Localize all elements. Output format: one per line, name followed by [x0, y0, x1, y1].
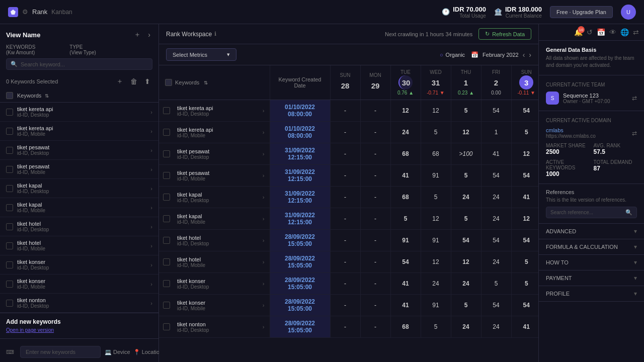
grid-row-checkbox[interactable]: [163, 129, 170, 136]
grid-row-expand-icon[interactable]: ›: [263, 108, 265, 114]
keyword-list-item[interactable]: tiket hotel id-ID, Desktop ›: [0, 217, 158, 236]
grid-row-expand-icon[interactable]: ›: [263, 324, 265, 330]
how-to-section[interactable]: HOW TO ▾: [539, 255, 644, 270]
add-selected-button[interactable]: ＋: [114, 76, 125, 87]
keyword-list-item[interactable]: tiket pesawat id-ID, Desktop ›: [0, 141, 158, 160]
keyword-checkbox[interactable]: [6, 147, 13, 154]
grid-row-expand-icon[interactable]: ›: [263, 172, 265, 178]
table-row[interactable]: tiket kapal id-ID, Desktop › 31/09/2022 …: [159, 187, 538, 208]
grid-row-expand-icon[interactable]: ›: [263, 194, 265, 200]
workspace-info-icon[interactable]: ℹ: [214, 31, 216, 37]
next-date-button[interactable]: ›: [529, 51, 531, 59]
keyword-checkbox[interactable]: [6, 109, 13, 116]
team-edit-button[interactable]: ⇄: [632, 95, 637, 102]
keyword-list-item[interactable]: tiket kereta api id-ID, Mobile ›: [0, 122, 158, 141]
profile-section[interactable]: PROFILE ▾: [539, 286, 644, 302]
eye-button[interactable]: 👁: [609, 28, 616, 36]
table-row[interactable]: tiket kapal id-ID, Mobile › 31/09/2022 1…: [159, 208, 538, 230]
payment-section[interactable]: PAYMENT ▾: [539, 270, 644, 286]
select-metrics-button[interactable]: Select Metrics ▾: [166, 48, 236, 61]
keyword-list-item[interactable]: tiket hotel id-ID, Mobile ›: [0, 236, 158, 255]
references-search-input[interactable]: [550, 210, 623, 215]
add-view-button[interactable]: ＋: [132, 29, 143, 40]
keyword-checkbox[interactable]: [6, 223, 13, 230]
grid-row-checkbox[interactable]: [163, 215, 170, 222]
refresh-data-button[interactable]: ↻ Refresh Data: [478, 28, 531, 40]
grid-row-expand-icon[interactable]: ›: [263, 259, 265, 265]
keyword-checkbox[interactable]: [6, 281, 13, 288]
grid-row-checkbox[interactable]: [163, 302, 170, 309]
table-row[interactable]: tiket pesawat id-ID, Desktop › 31/09/202…: [159, 143, 538, 165]
keyword-expand-icon[interactable]: ›: [150, 205, 152, 211]
table-row[interactable]: tiket konser id-ID, Mobile › 28/09/2022 …: [159, 295, 538, 316]
keyword-expand-icon[interactable]: ›: [150, 128, 152, 134]
grid-row-checkbox[interactable]: [163, 194, 170, 201]
keyword-list-item[interactable]: tiket pesawat id-ID, Mobile ›: [0, 160, 158, 179]
select-all-checkbox[interactable]: [6, 92, 13, 99]
grid-row-checkbox[interactable]: [163, 258, 170, 265]
user-avatar[interactable]: U: [621, 5, 636, 20]
keyword-expand-icon[interactable]: ›: [150, 300, 152, 306]
grid-row-checkbox[interactable]: [163, 280, 170, 287]
table-row[interactable]: tiket nonton id-ID, Desktop › 28/09/2022…: [159, 316, 538, 338]
open-page-version-link[interactable]: Open in page version: [6, 327, 54, 333]
keyword-expand-icon[interactable]: ›: [150, 281, 152, 287]
grid-row-expand-icon[interactable]: ›: [263, 216, 265, 222]
organic-filter-button[interactable]: ○ Organic: [440, 52, 465, 58]
grid-row-expand-icon[interactable]: ›: [263, 237, 265, 243]
search-input[interactable]: [21, 61, 148, 67]
table-row[interactable]: tiket hotel id-ID, Desktop › 28/09/2022 …: [159, 230, 538, 251]
keyword-checkbox[interactable]: [6, 242, 13, 249]
keyword-expand-icon[interactable]: ›: [150, 243, 152, 249]
formula-section[interactable]: FORMULA & CALCULATION ▾: [539, 239, 644, 255]
keyword-list-item[interactable]: tiket kereta api id-ID, Desktop ›: [0, 103, 158, 122]
table-row[interactable]: tiket kereta api id-ID, Mobile › 01/10/2…: [159, 122, 538, 143]
calendar-button[interactable]: 📅: [597, 28, 605, 36]
table-row[interactable]: tiket pesawat id-ID, Mobile › 31/09/2022…: [159, 165, 538, 187]
export-selected-button[interactable]: ⬆: [142, 76, 152, 87]
grid-row-checkbox[interactable]: [163, 172, 170, 179]
grid-row-checkbox[interactable]: [163, 107, 170, 114]
keyword-list-item[interactable]: tiket konser id-ID, Mobile ›: [0, 275, 158, 294]
keyword-expand-icon[interactable]: ›: [150, 262, 152, 268]
keyword-list-item[interactable]: tiket nonton id-ID, Desktop ›: [0, 294, 158, 313]
delete-selected-button[interactable]: 🗑: [128, 76, 139, 87]
grid-row-expand-icon[interactable]: ›: [263, 302, 265, 308]
table-row[interactable]: tiket hotel id-ID, Mobile › 28/09/2022 1…: [159, 251, 538, 273]
keyword-checkbox[interactable]: [6, 300, 13, 307]
table-row[interactable]: tiket kereta api id-ID, Desktop › 01/10/…: [159, 100, 538, 122]
kw-sort-icon[interactable]: ⇅: [204, 80, 208, 85]
grid-row-expand-icon[interactable]: ›: [263, 151, 265, 157]
sort-icon[interactable]: ⇅: [45, 93, 49, 99]
notification-button[interactable]: 🔔 10: [574, 28, 583, 36]
table-row[interactable]: tiket konser id-ID, Desktop › 28/09/2022…: [159, 273, 538, 295]
keyword-checkbox[interactable]: [6, 261, 13, 268]
keyword-list-item[interactable]: tiket konser id-ID, Desktop ›: [0, 255, 158, 275]
keyword-expand-icon[interactable]: ›: [150, 147, 152, 153]
keyword-expand-icon[interactable]: ›: [150, 109, 152, 115]
grid-row-checkbox[interactable]: [163, 237, 170, 244]
upgrade-button[interactable]: Free · Upgrade Plan: [550, 6, 613, 18]
advanced-section[interactable]: ADVANCED ▾: [539, 224, 644, 239]
domain-edit-button[interactable]: ⇄: [632, 130, 637, 137]
new-keyword-input[interactable]: [20, 346, 101, 358]
keyword-checkbox[interactable]: [6, 204, 13, 211]
keyword-list-item[interactable]: tiket kapal id-ID, Desktop ›: [0, 179, 158, 198]
grid-row-checkbox[interactable]: [163, 150, 170, 157]
keyword-checkbox[interactable]: [6, 128, 13, 135]
prev-date-button[interactable]: ‹: [523, 51, 525, 59]
history-button[interactable]: ↺: [587, 28, 593, 36]
grid-row-expand-icon[interactable]: ›: [263, 129, 265, 135]
navigate-view-button[interactable]: ›: [146, 29, 152, 40]
grid-row-expand-icon[interactable]: ›: [263, 281, 265, 287]
device-filter-button[interactable]: 💻 Device: [105, 349, 130, 355]
grid-select-all[interactable]: [165, 79, 172, 86]
location-filter-button[interactable]: 📍 Location: [133, 349, 163, 355]
globe-button[interactable]: 🌐: [620, 28, 629, 36]
keyword-checkbox[interactable]: [6, 166, 13, 173]
keyword-list-item[interactable]: tiket kapal id-ID, Mobile ›: [0, 198, 158, 217]
grid-row-checkbox[interactable]: [163, 323, 170, 330]
toggle-button[interactable]: ⇄: [633, 28, 639, 36]
keyword-expand-icon[interactable]: ›: [150, 166, 152, 172]
keyword-checkbox[interactable]: [6, 185, 13, 192]
